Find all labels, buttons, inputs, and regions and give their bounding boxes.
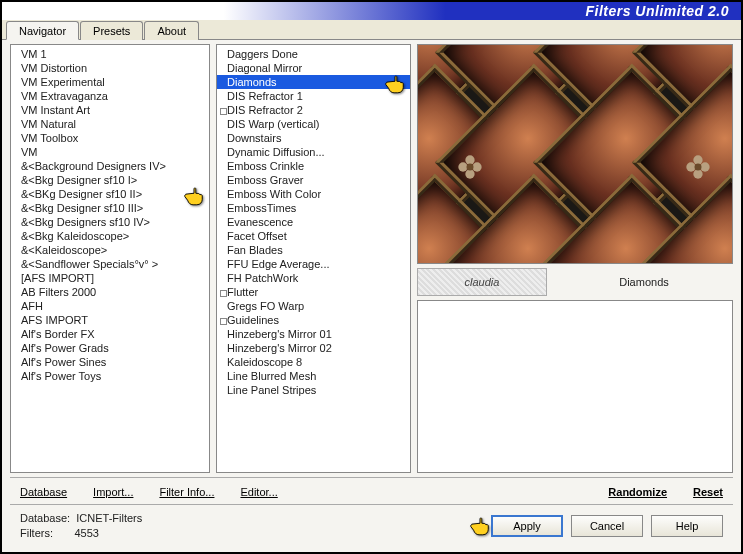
list-item[interactable]: Emboss Graver	[217, 173, 410, 187]
help-button[interactable]: Help	[651, 515, 723, 537]
preview-art	[418, 45, 732, 263]
status-filters-label: Filters:	[20, 527, 53, 539]
list-item[interactable]: &<BKg Designer sf10 II>	[11, 187, 209, 201]
list-item[interactable]: VM Toolbox	[11, 131, 209, 145]
svg-point-9	[695, 164, 702, 171]
filter-list[interactable]: Daggers DoneDiagonal MirrorDiamondsDIS R…	[216, 44, 411, 473]
list-item[interactable]: Line Blurred Mesh	[217, 369, 410, 383]
status-database-value: ICNET-Filters	[76, 512, 142, 524]
link-button-row: Database Import... Filter Info... Editor…	[10, 477, 733, 504]
list-item[interactable]: VM	[11, 145, 209, 159]
tab-presets[interactable]: Presets	[80, 21, 143, 40]
window-body: VM 1VM DistortionVM ExperimentalVM Extra…	[2, 40, 741, 552]
tab-strip: Navigator Presets About	[2, 20, 741, 40]
list-item[interactable]: Alf's Power Sines	[11, 355, 209, 369]
cancel-button[interactable]: Cancel	[571, 515, 643, 537]
filter-name-row: claudia Diamonds	[417, 268, 733, 296]
tab-navigator[interactable]: Navigator	[6, 21, 79, 40]
svg-point-6	[693, 169, 702, 178]
status-filters-value: 4553	[74, 527, 98, 539]
list-item[interactable]: AFH	[11, 299, 209, 313]
list-item[interactable]: &<Bkg Designers sf10 IV>	[11, 215, 209, 229]
list-item[interactable]: DIS Warp (vertical)	[217, 117, 410, 131]
list-item[interactable]: Alf's Border FX	[11, 327, 209, 341]
list-item[interactable]: DIS Refractor 2	[217, 103, 410, 117]
list-item[interactable]: AB Filters 2000	[11, 285, 209, 299]
list-item[interactable]: Alf's Power Grads	[11, 341, 209, 355]
flower-icon	[684, 153, 712, 181]
svg-point-0	[465, 155, 474, 164]
svg-point-4	[467, 164, 474, 171]
list-item[interactable]: Hinzeberg's Mirror 02	[217, 341, 410, 355]
window-frame: Filters Unlimited 2.0 Navigator Presets …	[0, 0, 743, 554]
list-item[interactable]: FFU Edge Average...	[217, 257, 410, 271]
list-item[interactable]: AFS IMPORT	[11, 313, 209, 327]
status-database-label: Database:	[20, 512, 70, 524]
list-item[interactable]: [AFS IMPORT]	[11, 271, 209, 285]
watermark-text: claudia	[465, 276, 500, 288]
list-item[interactable]: VM 1	[11, 47, 209, 61]
list-item[interactable]: &<Bkg Designer sf10 III>	[11, 201, 209, 215]
list-item[interactable]: Gregs FO Warp	[217, 299, 410, 313]
list-item[interactable]: &<Background Designers IV>	[11, 159, 209, 173]
list-item[interactable]: Daggers Done	[217, 47, 410, 61]
svg-point-8	[700, 162, 709, 171]
list-item[interactable]: VM Natural	[11, 117, 209, 131]
selected-filter-name: Diamonds	[555, 276, 733, 288]
list-item[interactable]: Emboss Crinkle	[217, 159, 410, 173]
list-item[interactable]: VM Distortion	[11, 61, 209, 75]
title-bar: Filters Unlimited 2.0	[2, 2, 741, 20]
list-item[interactable]: Kaleidoscope 8	[217, 355, 410, 369]
main-columns: VM 1VM DistortionVM ExperimentalVM Extra…	[10, 44, 733, 473]
svg-point-1	[465, 169, 474, 178]
parameters-panel	[417, 300, 733, 473]
list-item[interactable]: FH PatchWork	[217, 271, 410, 285]
svg-point-2	[458, 162, 467, 171]
svg-point-5	[693, 155, 702, 164]
category-list[interactable]: VM 1VM DistortionVM ExperimentalVM Extra…	[10, 44, 210, 473]
import-link[interactable]: Import...	[93, 486, 133, 498]
title-text: Filters Unlimited 2.0	[585, 3, 729, 19]
list-item[interactable]: VM Experimental	[11, 75, 209, 89]
list-item[interactable]: &<Bkg Designer sf10 I>	[11, 173, 209, 187]
list-item[interactable]: Guidelines	[217, 313, 410, 327]
svg-point-7	[686, 162, 695, 171]
list-item[interactable]: VM Extravaganza	[11, 89, 209, 103]
status-text: Database: ICNET-Filters Filters: 4553	[20, 511, 142, 540]
list-item[interactable]: Fan Blades	[217, 243, 410, 257]
flower-icon	[456, 153, 484, 181]
database-link[interactable]: Database	[20, 486, 67, 498]
svg-point-3	[472, 162, 481, 171]
filter-info-link[interactable]: Filter Info...	[159, 486, 214, 498]
list-item[interactable]: Flutter	[217, 285, 410, 299]
list-item[interactable]: Diagonal Mirror	[217, 61, 410, 75]
bottom-button-row: Database: ICNET-Filters Filters: 4553 Ap…	[10, 504, 733, 548]
list-item[interactable]: Hinzeberg's Mirror 01	[217, 327, 410, 341]
list-item[interactable]: DIS Refractor 1	[217, 89, 410, 103]
list-item[interactable]: Alf's Power Toys	[11, 369, 209, 383]
list-item[interactable]: &<Sandflower Specials°v° >	[11, 257, 209, 271]
list-item[interactable]: Diamonds	[217, 75, 410, 89]
list-item[interactable]: Evanescence	[217, 215, 410, 229]
watermark-stamp: claudia	[417, 268, 547, 296]
editor-link[interactable]: Editor...	[240, 486, 277, 498]
list-item[interactable]: &<Kaleidoscope>	[11, 243, 209, 257]
apply-button[interactable]: Apply	[491, 515, 563, 537]
list-item[interactable]: EmbossTimes	[217, 201, 410, 215]
randomize-link[interactable]: Randomize	[608, 486, 667, 498]
list-item[interactable]: Line Panel Stripes	[217, 383, 410, 397]
preview-image	[417, 44, 733, 264]
list-item[interactable]: Facet Offset	[217, 229, 410, 243]
list-item[interactable]: Dynamic Diffusion...	[217, 145, 410, 159]
preview-column: claudia Diamonds	[417, 44, 733, 473]
list-item[interactable]: Downstairs	[217, 131, 410, 145]
list-item[interactable]: VM Instant Art	[11, 103, 209, 117]
list-item[interactable]: Emboss With Color	[217, 187, 410, 201]
list-item[interactable]: &<Bkg Kaleidoscope>	[11, 229, 209, 243]
reset-link[interactable]: Reset	[693, 486, 723, 498]
tab-about[interactable]: About	[144, 21, 199, 40]
